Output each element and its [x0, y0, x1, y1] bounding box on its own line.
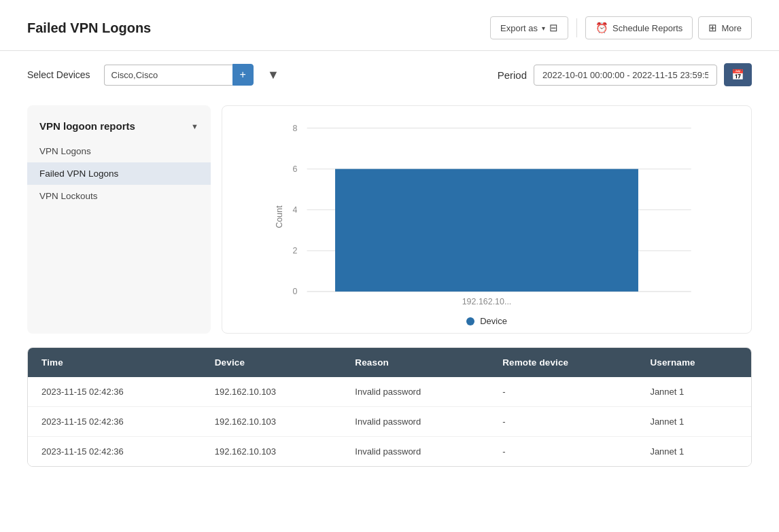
table-row: 2023-11-15 02:42:36192.162.10.103Invalid…: [28, 437, 751, 467]
toolbar: Select Devices + ▼ Period 📅: [0, 51, 779, 99]
cell-username: Jannet 1: [636, 377, 751, 407]
sidebar: VPN logoon reports ▼ VPN Logons Failed V…: [27, 105, 211, 334]
header-actions: Export as ▾ ⊟ ⏰ Schedule Reports ⊞ More: [490, 16, 752, 39]
table-row: 2023-11-15 02:42:36192.162.10.103Invalid…: [28, 377, 751, 407]
calendar-button[interactable]: 📅: [724, 63, 752, 86]
bar-chart: 8 6 4 2 0 Count 192.162.10: [233, 118, 740, 308]
main-content: VPN logoon reports ▼ VPN Logons Failed V…: [0, 99, 779, 347]
export-button[interactable]: Export as ▾ ⊟: [490, 16, 568, 39]
col-time: Time: [28, 348, 201, 377]
period-range-input[interactable]: [534, 65, 717, 86]
cell-device: 192.162.10.103: [201, 437, 342, 467]
table-body: 2023-11-15 02:42:36192.162.10.103Invalid…: [28, 377, 751, 466]
cell-username: Jannet 1: [636, 437, 751, 467]
col-device: Device: [201, 348, 342, 377]
table-row: 2023-11-15 02:42:36192.162.10.103Invalid…: [28, 407, 751, 437]
device-input[interactable]: [104, 65, 232, 86]
cell-remote_device: -: [489, 407, 636, 437]
page-title: Failed VPN Logons: [27, 20, 151, 36]
cell-reason: Invalid password: [341, 407, 489, 437]
add-device-button[interactable]: +: [232, 64, 254, 86]
col-username: Username: [636, 348, 751, 377]
sidebar-item-failed-vpn-logons[interactable]: Failed VPN Logons: [27, 162, 211, 185]
cell-username: Jannet 1: [636, 407, 751, 437]
svg-text:4: 4: [292, 205, 297, 215]
export-icon: ⊟: [549, 22, 558, 34]
alarm-icon: ⏰: [595, 22, 608, 34]
col-remote-device: Remote device: [489, 348, 636, 377]
filter-icon: ▼: [267, 68, 279, 82]
legend-label: Device: [480, 316, 507, 326]
more-label: More: [721, 23, 742, 33]
svg-text:6: 6: [292, 164, 297, 174]
header-divider: [576, 18, 577, 37]
period-section: Period 📅: [498, 63, 752, 86]
cell-remote_device: -: [489, 437, 636, 467]
cell-reason: Invalid password: [341, 377, 489, 407]
chevron-down-icon: ▼: [191, 122, 198, 130]
col-reason: Reason: [341, 348, 489, 377]
sidebar-item-vpn-lockouts[interactable]: VPN Lockouts: [27, 185, 211, 207]
legend-color-dot: [466, 317, 474, 325]
sidebar-header: VPN logoon reports ▼: [27, 116, 211, 140]
select-devices-label: Select Devices: [27, 69, 90, 80]
chart-wrap: 8 6 4 2 0 Count 192.162.10: [233, 118, 740, 311]
filter-button[interactable]: ▼: [262, 65, 285, 85]
cell-time: 2023-11-15 02:42:36: [28, 407, 201, 437]
cell-time: 2023-11-15 02:42:36: [28, 437, 201, 467]
svg-text:8: 8: [292, 124, 297, 133]
more-button[interactable]: ⊞ More: [698, 16, 752, 39]
svg-text:0: 0: [292, 287, 297, 296]
svg-text:2: 2: [292, 246, 297, 255]
page-header: Failed VPN Logons Export as ▾ ⊟ ⏰ Schedu…: [0, 0, 779, 51]
bar-device: [335, 169, 638, 291]
cell-reason: Invalid password: [341, 437, 489, 467]
data-table: Time Device Reason Remote device Usernam…: [27, 347, 752, 467]
sidebar-item-vpn-logons[interactable]: VPN Logons: [27, 140, 211, 162]
cell-time: 2023-11-15 02:42:36: [28, 377, 201, 407]
more-icon: ⊞: [708, 22, 717, 34]
table-header: Time Device Reason Remote device Usernam…: [28, 348, 751, 377]
chart-legend: Device: [233, 316, 740, 326]
cell-remote_device: -: [489, 377, 636, 407]
schedule-reports-button[interactable]: ⏰ Schedule Reports: [585, 16, 693, 39]
chevron-down-icon: ▾: [542, 24, 545, 32]
svg-text:Count: Count: [275, 205, 284, 228]
schedule-reports-label: Schedule Reports: [612, 23, 682, 33]
period-label: Period: [498, 69, 527, 81]
svg-text:192.162.10...: 192.162.10...: [462, 297, 512, 306]
cell-device: 192.162.10.103: [201, 377, 342, 407]
device-input-group: +: [104, 64, 254, 86]
calendar-icon: 📅: [731, 69, 744, 80]
export-label: Export as: [500, 23, 538, 33]
cell-device: 192.162.10.103: [201, 407, 342, 437]
sidebar-title: VPN logoon reports: [39, 120, 135, 132]
chart-area: 8 6 4 2 0 Count 192.162.10: [222, 105, 752, 334]
